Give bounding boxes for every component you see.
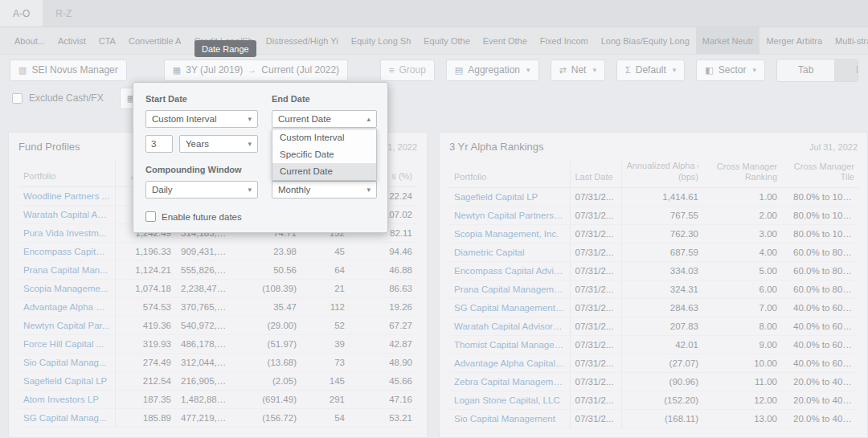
caret-down-icon: ▾ xyxy=(366,186,371,194)
end-date-type-select[interactable]: Current Date ▴ xyxy=(272,110,377,128)
enable-future-dates-checkbox[interactable] xyxy=(145,211,156,222)
date-range-popover: Start Date Custom Interval ▾ Years ▾ Com… xyxy=(133,82,388,233)
caret-up-icon: ▴ xyxy=(366,115,371,123)
caret-down-icon: ▾ xyxy=(248,186,252,194)
start-interval-type-select[interactable]: Custom Interval ▾ xyxy=(145,110,258,128)
caret-down-icon: ▾ xyxy=(248,140,252,148)
interval-unit-select[interactable]: Years ▾ xyxy=(179,135,258,153)
end-compounding-select[interactable]: Monthly ▾ xyxy=(272,181,377,199)
caret-down-icon: ▾ xyxy=(248,115,252,123)
dim-overlay xyxy=(0,0,868,438)
date-range-tooltip: Date Range xyxy=(194,40,256,57)
compounding-window-label: Compounding Window xyxy=(145,165,258,175)
compounding-select[interactable]: Daily ▾ xyxy=(145,181,258,199)
interval-value-input[interactable] xyxy=(145,135,173,153)
end-date-type-menu: Custom Interval Specific Date Current Da… xyxy=(272,129,377,181)
app-window: A-O R-Z About... Activist CTA Convertibl… xyxy=(0,0,868,438)
menu-item[interactable]: Current Date xyxy=(272,163,376,180)
start-date-label: Start Date xyxy=(145,94,258,104)
menu-item[interactable]: Custom Interval xyxy=(272,129,376,146)
end-date-label: End Date xyxy=(272,94,377,104)
menu-item[interactable]: Specific Date xyxy=(272,146,376,163)
enable-future-dates-label: Enable future dates xyxy=(162,212,242,222)
